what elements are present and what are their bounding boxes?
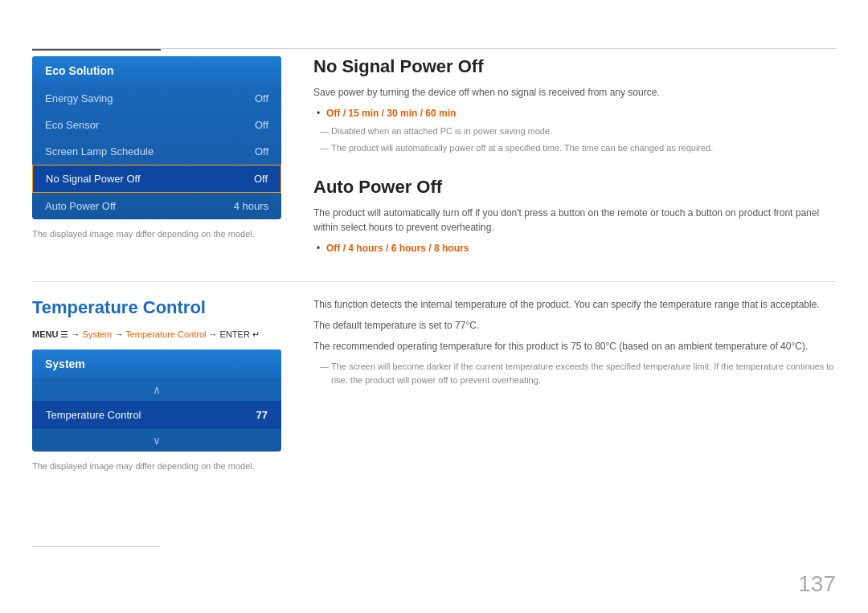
auto-power-options-bullet: Off / 4 hours / 6 hours / 8 hours	[326, 241, 836, 255]
temp-desc-2: The default temperature is set to 77°C.	[313, 318, 836, 333]
temp-note-2: The screen will become darker if the cur…	[320, 360, 836, 386]
no-signal-label: No Signal Power Off	[46, 173, 141, 185]
screen-lamp-value: Off	[255, 145, 268, 157]
auto-power-section: Auto Power Off The product will automati…	[313, 177, 836, 255]
page-number: 137	[798, 571, 836, 597]
energy-saving-item[interactable]: Energy Saving Off	[32, 85, 281, 112]
temperature-control-label: Temperature Control	[46, 409, 141, 421]
eco-solution-section: Eco Solution Energy Saving Off Eco Senso…	[32, 56, 281, 239]
auto-power-label: Auto Power Off	[45, 200, 116, 212]
no-signal-note-1: Disabled when an attached PC is in power…	[320, 125, 836, 138]
temperature-left-section: Temperature Control MENU ☰ → System → Te…	[32, 297, 281, 471]
temperature-right-section: This function detects the internal tempe…	[313, 297, 836, 390]
no-signal-note-2: The product will automatically power off…	[320, 141, 836, 155]
auto-power-off-item[interactable]: Auto Power Off 4 hours	[32, 193, 281, 219]
temp-desc-3: The recommended operating temperature fo…	[313, 339, 836, 353]
no-signal-right-section: No Signal Power Off Save power by turnin…	[313, 56, 836, 260]
arrow-up-icon[interactable]: ∧	[32, 378, 281, 401]
temp-desc-1: This function detects the internal tempe…	[313, 297, 836, 312]
energy-saving-label: Energy Saving	[45, 92, 113, 104]
auto-power-options-text: Off / 4 hours / 6 hours / 8 hours	[326, 243, 469, 254]
no-signal-options-bullet: Off / 15 min / 30 min / 60 min	[326, 106, 836, 121]
eco-solution-header: Eco Solution	[32, 56, 281, 85]
eco-sensor-label: Eco Sensor	[45, 119, 99, 131]
arrow-down-icon[interactable]: ∨	[32, 429, 281, 452]
page-container: Eco Solution Energy Saving Off Eco Senso…	[0, 0, 868, 613]
temperature-control-item[interactable]: Temperature Control 77	[32, 401, 281, 429]
nav-enter-icon: ↵	[252, 329, 260, 339]
system-menu-header: System	[32, 349, 281, 378]
mid-divider	[32, 281, 836, 282]
energy-saving-value: Off	[255, 92, 268, 104]
no-signal-description: Save power by turning the device off whe…	[313, 85, 836, 100]
screen-lamp-label: Screen Lamp Schedule	[45, 145, 154, 157]
no-signal-value: Off	[254, 173, 268, 185]
nav-enter-label: ENTER	[220, 329, 252, 339]
nav-arrow-2: →	[114, 329, 125, 339]
eco-sensor-value: Off	[255, 119, 268, 131]
nav-menu-icon: ☰	[60, 329, 68, 339]
temperature-title: Temperature Control	[32, 297, 281, 318]
nav-temp-label: Temperature Control	[125, 329, 206, 339]
nav-arrow-1: →	[72, 329, 83, 339]
temperature-note: The displayed image may differ depending…	[32, 461, 281, 471]
no-signal-options-text: Off / 15 min / 30 min / 60 min	[326, 108, 456, 119]
nav-arrow-3: →	[209, 329, 220, 339]
nav-system-label: System	[83, 329, 113, 339]
top-divider	[32, 48, 836, 49]
bottom-divider	[32, 546, 161, 547]
temperature-nav-text: MENU ☰ → System → Temperature Control → …	[32, 329, 281, 340]
eco-solution-menu: Eco Solution Energy Saving Off Eco Senso…	[32, 56, 281, 219]
no-signal-title: No Signal Power Off	[313, 56, 836, 77]
screen-lamp-item[interactable]: Screen Lamp Schedule Off	[32, 138, 281, 165]
eco-solution-note: The displayed image may differ depending…	[32, 229, 281, 239]
auto-power-description: The product will automatically turn off …	[313, 206, 836, 235]
system-menu-box: System ∧ Temperature Control 77 ∨	[32, 349, 281, 452]
nav-menu-label: MENU	[32, 329, 60, 339]
no-signal-power-off-item[interactable]: No Signal Power Off Off	[32, 165, 281, 193]
eco-sensor-item[interactable]: Eco Sensor Off	[32, 112, 281, 138]
auto-power-value: 4 hours	[234, 200, 268, 212]
temperature-control-value: 77	[256, 409, 268, 421]
auto-power-title: Auto Power Off	[313, 177, 836, 198]
